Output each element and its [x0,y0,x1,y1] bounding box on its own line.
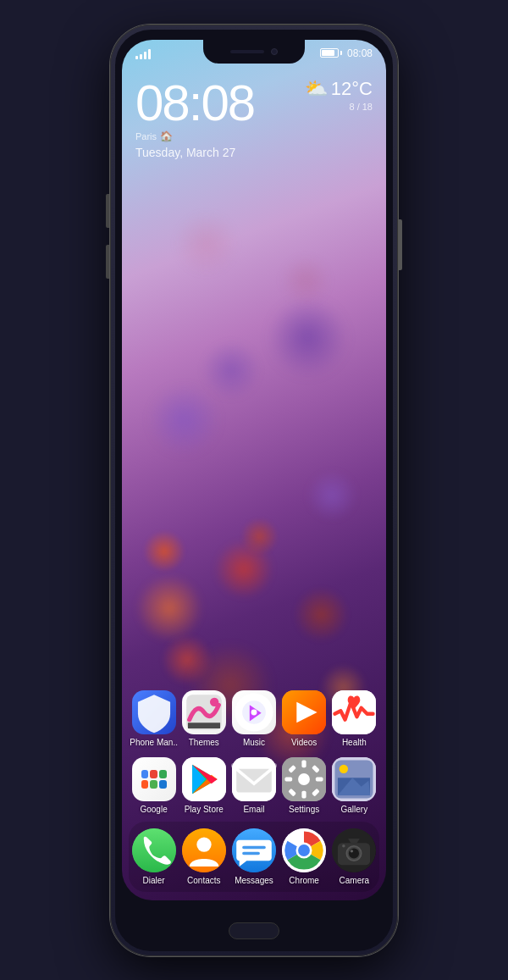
music-svg [232,690,276,734]
settings-label: Settings [289,805,319,814]
chrome-label: Chrome [289,876,319,885]
phone-device: 08:08 08:08 Paris 🏠 Tuesday, March 27 ⛅ … [110,25,398,956]
music-icon [232,690,276,734]
google-r2 [150,780,157,789]
svg-point-4 [251,709,257,715]
videos-svg [282,690,326,734]
weather-temp: 12°C [331,78,373,100]
google-m-cell [150,770,157,778]
status-right: 08:08 [320,47,373,59]
signal-icon [135,47,151,59]
svg-point-37 [298,844,310,856]
dock-messages[interactable]: Messages [230,828,278,885]
camera-label: Camera [340,876,370,885]
app-phone-manager[interactable]: Phone Man.. [130,690,178,747]
battery-icon [320,48,342,58]
chrome-svg [282,828,326,872]
status-left [135,47,151,59]
contacts-icon [182,828,226,872]
clock-location: Paris 🏠 [135,130,373,142]
dialer-label: Dialer [143,876,165,885]
volume-up-button[interactable] [106,194,109,228]
signal-bar-1 [135,56,138,59]
contacts-svg [182,828,226,872]
gallery-label: Gallery [341,805,368,814]
health-label: Health [342,738,367,747]
dot-4 [262,763,267,768]
google-r1 [141,780,149,789]
weather-icon-wrap: ⛅ 12°C [305,78,373,100]
status-time: 08:08 [347,47,373,59]
messages-label: Messages [235,876,273,885]
phone-manager-label: Phone Man.. [130,738,178,747]
svg-point-30 [132,828,176,872]
messages-svg [232,828,276,872]
messages-icon [232,828,276,872]
app-themes[interactable]: Themes [180,690,228,747]
clock-date: Tuesday, March 27 [135,146,373,159]
power-button[interactable] [399,219,402,270]
weather-low-high: 8 / 18 [305,102,373,112]
svg-point-1 [210,697,218,706]
google-maps-cell [159,770,167,778]
health-icon [332,690,376,734]
front-camera [271,48,278,55]
phone-body: 08:08 08:08 Paris 🏠 Tuesday, March 27 ⛅ … [115,30,393,951]
volume-down-button[interactable] [106,245,109,279]
home-button[interactable] [229,922,279,939]
svg-point-42 [351,850,353,852]
svg-rect-19 [285,777,293,781]
dock-dialer[interactable]: Dialer [130,828,178,885]
page-dots [122,763,386,768]
battery-tip [340,51,342,55]
weather-icon: ⛅ [305,78,328,100]
camera-svg [332,828,376,872]
dialer-icon [132,828,176,872]
app-music[interactable]: Music [230,690,278,747]
signal-bar-2 [140,54,142,59]
google-grid [141,770,167,789]
contacts-label: Contacts [187,876,220,885]
svg-point-32 [196,837,211,851]
svg-point-43 [342,844,345,847]
health-svg [332,690,376,734]
phone-manager-icon [132,690,176,734]
dot-1 [231,763,236,768]
app-row-1: Phone Man.. Themes [129,690,379,747]
svg-point-41 [349,848,359,858]
google-label: Google [140,805,167,814]
phone-screen: 08:08 08:08 Paris 🏠 Tuesday, March 27 ⛅ … [122,40,386,900]
dot-5 [272,763,277,768]
themes-icon [182,690,226,734]
app-dock: Dialer Contacts [129,822,379,892]
dock-chrome[interactable]: Chrome [280,828,328,885]
email-label: Email [243,805,264,814]
dock-contacts[interactable]: Contacts [180,828,228,885]
phone-notch [203,40,305,64]
camera-icon [332,828,376,872]
videos-icon [282,690,326,734]
dock-camera[interactable]: Camera [330,828,378,885]
themes-svg [182,690,226,734]
app-grid: Phone Man.. Themes [122,690,386,824]
svg-point-16 [298,773,310,785]
dot-2 [241,763,246,768]
battery-body [320,48,339,58]
chrome-icon [282,828,326,872]
weather-widget: ⛅ 12°C 8 / 18 [305,78,373,112]
signal-bar-4 [148,49,151,59]
play-store-label: Play Store [185,805,224,814]
music-label: Music [243,738,265,747]
svg-rect-18 [302,790,306,798]
app-health[interactable]: Health [330,690,378,747]
speaker-grill [230,50,264,53]
videos-label: Videos [291,738,317,747]
phone-manager-svg [132,690,176,734]
dialer-svg [132,828,176,872]
location-icon: 🏠 [160,130,173,142]
app-videos[interactable]: Videos [280,690,328,747]
signal-bar-3 [144,52,146,59]
battery-fill [322,50,334,56]
google-r3 [159,780,167,789]
svg-rect-20 [316,777,323,781]
